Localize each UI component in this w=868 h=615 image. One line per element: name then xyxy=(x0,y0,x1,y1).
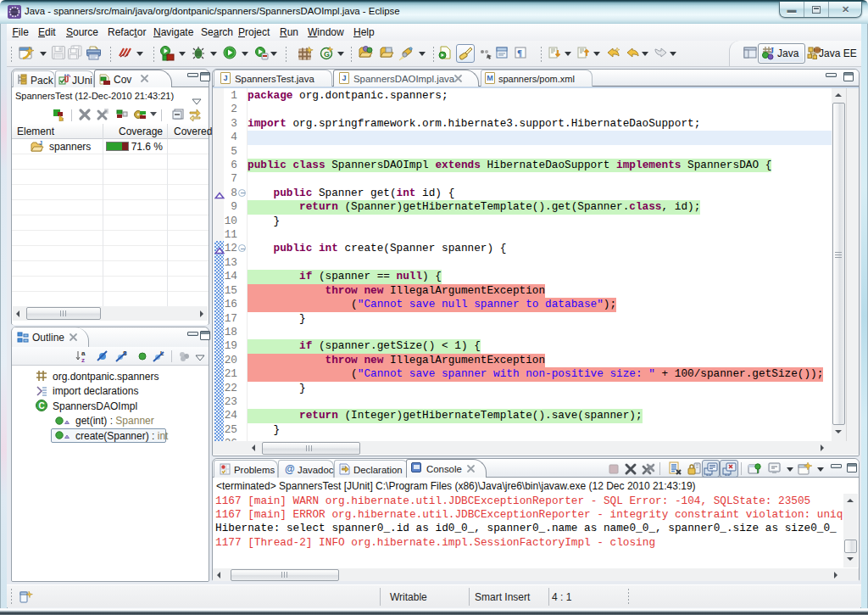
svg-text:¶: ¶ xyxy=(517,48,522,58)
svg-text:J: J xyxy=(770,46,774,55)
svg-text:z: z xyxy=(81,356,85,363)
svg-text:G: G xyxy=(324,50,330,59)
svg-text:C: C xyxy=(39,401,45,411)
svg-text:J: J xyxy=(39,140,42,146)
